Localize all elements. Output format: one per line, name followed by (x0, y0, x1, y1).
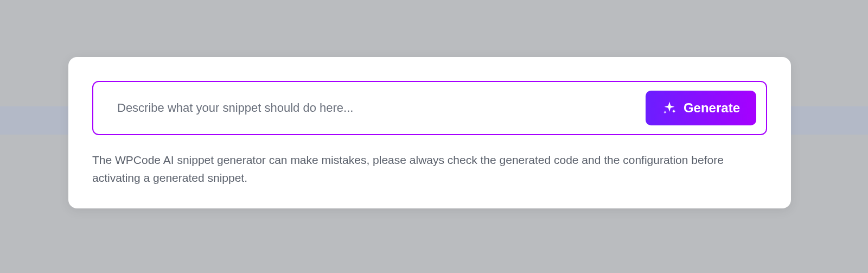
generate-button-label: Generate (684, 100, 740, 116)
snippet-prompt-input[interactable] (117, 101, 635, 115)
generate-button[interactable]: Generate (646, 91, 756, 125)
ai-generator-card: Generate The WPCode AI snippet generator… (68, 57, 791, 208)
prompt-input-wrapper: Generate (92, 81, 767, 135)
sparkles-icon (662, 100, 677, 116)
disclaimer-text: The WPCode AI snippet generator can make… (92, 151, 767, 187)
